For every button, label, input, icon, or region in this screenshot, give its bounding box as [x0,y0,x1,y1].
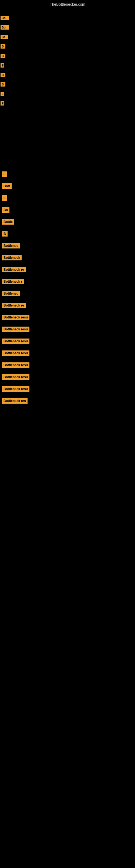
bar-1: Bo [1,16,9,20]
site-title: TheBottlenecker.com [0,0,135,8]
result-item-bott: Bott [2,183,12,189]
result-item-bottleneck-resu3: Bottleneck resu [2,339,30,344]
result-item-bottleneck-resu4: Bottleneck resu [2,350,30,356]
result-item-bottleneck-resu2: Bottleneck resu [2,327,30,332]
result-item-b: B [2,231,8,237]
bar-5: B [1,54,5,58]
results-section: E Bott E Bo Bottle B Bottlenec Bottlenec… [0,165,135,410]
result-item-bottleneck-resu7: Bottleneck resu [2,386,30,392]
result-row-bottlenec2: Bottlenec [1,289,134,299]
chart-area: Bo Bo B4 B B E B B E E [0,8,135,165]
result-row-bottle: Bottle [1,218,134,227]
result-row-e2: E [1,194,134,204]
result-item-bottleneck: Bottleneck [2,255,21,260]
result-item-bottleneck-resu6: Bottleneck resu [2,374,30,380]
bar-9: E [1,92,4,96]
result-item-bottleneck-re2: Bottleneck re [2,303,26,308]
result-row-bottleneck: Bottleneck [1,253,134,263]
result-row-bottleneck-resu5: Bottleneck resu [1,361,134,371]
bar-6: E [1,63,4,67]
result-item-bottleneck-resu5: Bottleneck resu [2,362,30,368]
result-row-bottlenec: Bottlenec [1,241,134,251]
bar-4: B [1,44,5,49]
result-row-bottleneck-resu1: Bottleneck resu [1,313,134,323]
result-row-bottleneck-re: Bottleneck re [1,265,134,275]
result-row-b: B [1,229,134,239]
result-row-bott: Bott [1,182,134,191]
result-row-bottleneck-r: Bottleneck r [1,277,134,287]
result-row-bottleneck-re3: Bottleneck res [1,397,134,406]
result-row-bottleneck-resu2: Bottleneck resu [1,325,134,335]
result-item-bottleneck-re3: Bottleneck res [2,398,28,404]
result-item-bottleneck-r: Bottleneck r [2,279,24,284]
bar-10: E [1,101,4,105]
result-item-e2: E [2,195,7,201]
result-item-bo: Bo [2,207,9,213]
result-item-bottlenec2: Bottlenec [2,291,20,296]
result-row-bottleneck-resu7: Bottleneck resu [1,384,134,394]
bar-8: B [1,82,5,87]
result-item-bottleneck-resu1: Bottleneck resu [2,315,30,320]
result-item-bottle: Bottle [2,219,14,225]
bar-7: B [1,73,5,77]
bar-2: Bo [1,25,9,30]
page-container: TheBottlenecker.com Bo Bo B4 B B E B B E… [0,0,135,410]
result-row-bo: Bo [1,206,134,215]
result-row-bottleneck-resu3: Bottleneck resu [1,337,134,347]
chart-line-1 [3,113,3,146]
result-row-bottleneck-re2: Bottleneck re [1,301,134,311]
bar-3: B4 [1,35,8,39]
result-row-bottleneck-resu6: Bottleneck resu [1,373,134,382]
result-row-bottleneck-resu4: Bottleneck resu [1,349,134,359]
result-item-bottlenec: Bottlenec [2,243,20,248]
result-row-e: E [1,170,134,180]
result-item-bottleneck-re: Bottleneck re [2,267,26,272]
result-item-e: E [2,172,7,177]
